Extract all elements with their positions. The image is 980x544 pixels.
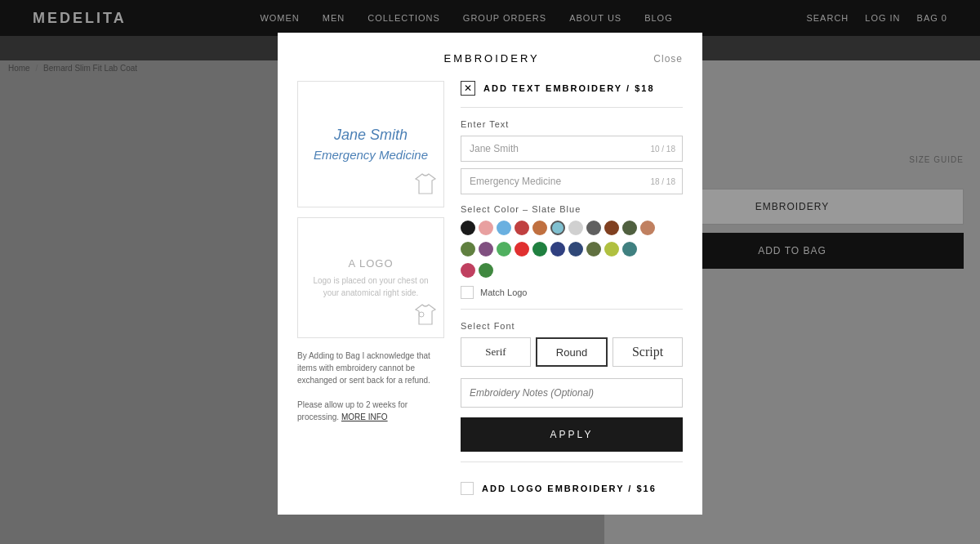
divider-bottom: [461, 462, 683, 462]
apply-button[interactable]: APPLY: [461, 417, 683, 452]
match-logo-checkbox[interactable]: [461, 286, 474, 299]
add-text-toggle: ✕ ADD TEXT EMBROIDERY / $18: [461, 81, 683, 96]
color-dot-20[interactable]: [622, 242, 637, 256]
shirt-icon-top: [414, 172, 437, 200]
color-dot-10[interactable]: [640, 221, 655, 235]
disclaimer-line2: Please allow up to 2 weeks for processin…: [297, 399, 444, 423]
options-column: ✕ ADD TEXT EMBROIDERY / $18 Enter Text 1…: [461, 81, 683, 495]
shirt-icon-bottom: [414, 303, 437, 331]
color-dot-15[interactable]: [532, 242, 547, 256]
color-dot-3[interactable]: [514, 221, 529, 235]
color-dot-4[interactable]: [532, 221, 547, 235]
match-logo-row: Match Logo: [461, 286, 683, 299]
line1-input[interactable]: [461, 136, 650, 161]
color-dot-11[interactable]: [461, 242, 475, 256]
enter-text-label: Enter Text: [461, 119, 683, 129]
color-dot-17[interactable]: [568, 242, 583, 256]
font-label: Select Font: [461, 321, 683, 331]
color-dot-7[interactable]: [586, 221, 601, 235]
color-dot-14[interactable]: [514, 242, 529, 256]
color-dot-6[interactable]: [568, 221, 583, 235]
logo-preview-box: A LOGO Logo is placed on your chest onyo…: [297, 217, 444, 338]
color-dot-12[interactable]: [479, 242, 493, 256]
font-buttons: Serif Round Script: [461, 337, 683, 367]
line2-char-count: 18 / 18: [650, 171, 682, 193]
text-preview-box: Jane Smith Emergency Medicine: [297, 81, 444, 207]
modal-header: EMBROIDERY Close: [297, 52, 683, 65]
modal-body: Jane Smith Emergency Medicine A LOGO Log…: [297, 81, 683, 495]
color-dot-18[interactable]: [586, 242, 601, 256]
text-embroidery-checkbox[interactable]: ✕: [461, 81, 475, 96]
logo-preview-title: A LOGO: [348, 257, 393, 270]
color-dot-8[interactable]: [604, 221, 619, 235]
more-info-link[interactable]: MORE INFO: [341, 412, 388, 421]
disclaimer-text: By Adding to Bag I acknowledge that item…: [297, 350, 444, 423]
color-dot-2[interactable]: [497, 221, 511, 235]
color-dot-21[interactable]: [461, 263, 475, 278]
svg-point-0: [419, 312, 424, 317]
color-label: Select Color – Slate Blue: [461, 204, 683, 214]
color-dot-5[interactable]: [550, 221, 565, 235]
font-serif-button[interactable]: Serif: [461, 337, 531, 367]
color-grid: [461, 221, 683, 278]
color-dot-19[interactable]: [604, 242, 619, 256]
notes-input[interactable]: [461, 378, 683, 408]
modal-close-button[interactable]: Close: [653, 53, 683, 65]
color-dot-0[interactable]: [461, 221, 475, 235]
font-round-button[interactable]: Round: [536, 337, 608, 367]
color-dot-1[interactable]: [479, 221, 493, 235]
text-embroidery-label: ADD TEXT EMBROIDERY / $18: [483, 83, 655, 93]
logo-embroidery-label: ADD LOGO EMBROIDERY / $16: [482, 484, 657, 493]
color-dot-13[interactable]: [497, 242, 511, 256]
add-logo-row: ADD LOGO EMBROIDERY / $16: [461, 474, 683, 495]
line1-char-count: 10 / 18: [650, 138, 682, 160]
logo-embroidery-checkbox[interactable]: [461, 482, 474, 495]
color-dot-9[interactable]: [622, 221, 637, 235]
line2-input-row: 18 / 18: [461, 168, 683, 194]
preview-specialty: Emergency Medicine: [314, 146, 428, 163]
match-logo-label: Match Logo: [480, 288, 527, 297]
line1-input-row: 10 / 18: [461, 136, 683, 162]
modal-title: EMBROIDERY: [330, 52, 653, 65]
preview-name: Jane Smith: [334, 125, 408, 145]
disclaimer-line1: By Adding to Bag I acknowledge that item…: [297, 350, 444, 386]
color-dot-16[interactable]: [550, 242, 565, 256]
divider-top: [461, 107, 683, 108]
embroidery-modal: EMBROIDERY Close Jane Smith Emergency Me…: [278, 33, 702, 515]
font-script-button[interactable]: Script: [612, 337, 683, 367]
modal-overlay: EMBROIDERY Close Jane Smith Emergency Me…: [0, 0, 980, 544]
preview-column: Jane Smith Emergency Medicine A LOGO Log…: [297, 81, 444, 495]
color-dot-22[interactable]: [479, 263, 493, 278]
logo-preview-sub: Logo is placed on your chest onyour anat…: [313, 274, 428, 299]
line2-input[interactable]: [461, 169, 650, 194]
divider-mid: [461, 309, 683, 310]
